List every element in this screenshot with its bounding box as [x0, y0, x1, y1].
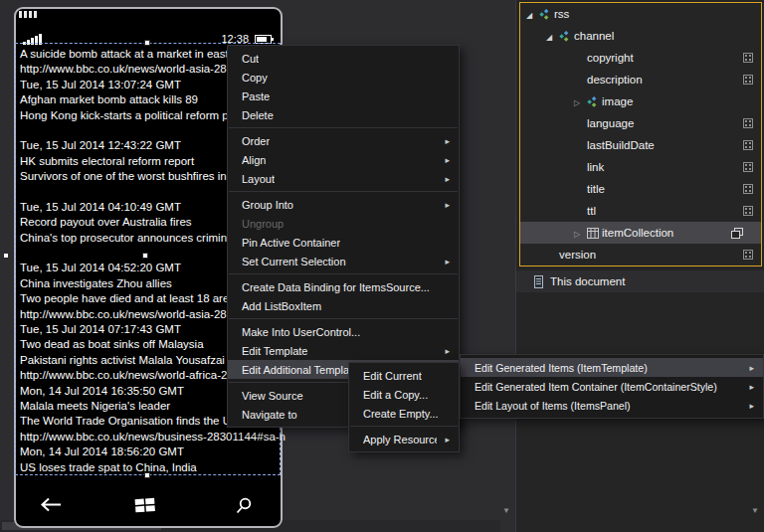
property-type-icon	[743, 206, 753, 216]
tree-row[interactable]: channel	[520, 25, 761, 47]
menu-item-label: Edit Current	[363, 370, 422, 382]
context-menu-item[interactable]: Order ▸	[228, 131, 459, 150]
tree-row[interactable]: copyright	[520, 47, 761, 69]
tree-item-label: language	[587, 117, 634, 129]
menu-item-label: Make Into UserControl...	[242, 326, 360, 338]
selection-handle-top[interactable]	[144, 40, 150, 46]
tree-item-label: description	[587, 74, 643, 86]
context-menu-item[interactable]: Ungroup ▸	[228, 214, 459, 233]
selection-handle-left[interactable]	[3, 253, 9, 259]
menu-item-label: Create Data Binding for ItemsSource...	[242, 281, 430, 293]
submenu-arrow-icon: ▸	[437, 435, 450, 444]
tree-row[interactable]: itemCollection	[520, 222, 761, 244]
tree-item-label: copyright	[587, 52, 634, 64]
panel-scroll-down-arrow[interactable]: ▼	[748, 503, 762, 517]
item-template-submenu: Edit Current ▸ Edit a Copy... ▸ Create E…	[348, 362, 460, 452]
tree-row[interactable]: rss	[520, 3, 761, 25]
expander-icon[interactable]	[526, 8, 539, 20]
this-document-row[interactable]: This document	[516, 270, 764, 292]
property-type-icon	[743, 75, 753, 85]
submenu-item[interactable]: Edit Generated Item Container (ItemConta…	[461, 377, 763, 396]
menu-item-label: Create Empty...	[363, 408, 439, 420]
tree-row[interactable]: description	[520, 69, 761, 90]
menu-item-label: Edit a Copy...	[363, 389, 428, 401]
context-menu-item: ▸	[229, 318, 458, 319]
context-menu-item[interactable]: Align ▸	[228, 150, 459, 169]
data-tree-drop-target: rss	[519, 2, 762, 266]
start-button[interactable]	[133, 497, 157, 513]
tree-item-label: rss	[554, 8, 569, 20]
context-menu-item[interactable]: Add ListBoxItem ▸	[228, 296, 459, 315]
context-menu-item[interactable]: Create Data Binding for ItemsSource... ▸	[228, 277, 459, 296]
tree-row[interactable]: ttl	[520, 200, 761, 222]
expander-icon[interactable]	[574, 227, 587, 239]
tree-row[interactable]: link	[520, 156, 761, 178]
submenu-item[interactable]: Apply Resource ▸	[349, 430, 459, 448]
context-menu-item[interactable]: Make Into UserControl... ▸	[228, 322, 459, 341]
selection-handle-center[interactable]	[142, 253, 148, 259]
context-menu-item: ▸	[229, 191, 458, 192]
tree-row[interactable]: title	[520, 178, 761, 200]
tree-item-label: image	[602, 95, 633, 107]
tree-row[interactable]: lastBuildDate	[520, 134, 761, 156]
submenu-arrow-icon: ▸	[741, 363, 754, 373]
submenu-arrow-icon: ▸	[741, 401, 754, 411]
menu-item-label: Cut	[242, 53, 259, 65]
menu-item-label: Align	[242, 154, 266, 166]
submenu-arrow-icon: ▸	[437, 155, 450, 165]
submenu-item[interactable]: Edit Current ▸	[349, 366, 459, 385]
expander-icon[interactable]	[546, 30, 559, 42]
context-menu-item[interactable]: Layout ▸	[228, 169, 459, 188]
submenu-arrow-icon: ▸	[437, 257, 450, 266]
submenu-arrow-icon: ▸	[437, 200, 450, 210]
data-field-icon	[559, 31, 574, 42]
menu-item-label: Add ListBoxItem	[242, 300, 321, 312]
back-button[interactable]	[40, 497, 62, 512]
submenu-item[interactable]: Edit a Copy... ▸	[349, 385, 459, 404]
tree-item-label: itemCollection	[602, 227, 673, 239]
context-menu-item: ▸	[229, 273, 458, 274]
edit-additional-templates-submenu: Edit Generated Items (ItemTemplate) ▸ Ed…	[460, 354, 764, 419]
menu-item-label: Group Into	[242, 199, 293, 211]
menu-item-label: Layout	[242, 173, 275, 185]
search-icon	[235, 497, 253, 515]
menu-item-label: Pin Active Container	[242, 237, 340, 249]
menu-item-label: Edit Additional Templates	[242, 364, 364, 376]
submenu-item[interactable]: Create Empty... ▸	[349, 404, 459, 423]
context-menu-item[interactable]: Group Into ▸	[228, 195, 459, 214]
submenu-item[interactable]: Edit Generated Items (ItemTemplate) ▸	[461, 358, 763, 377]
tree-row[interactable]: image	[520, 90, 761, 112]
menu-item-label: Set Current Selection	[242, 256, 346, 267]
tree-item-label: version	[559, 249, 596, 261]
context-menu-item[interactable]: Edit Template ▸	[228, 341, 459, 360]
search-button[interactable]	[235, 497, 253, 515]
tree-item-label: channel	[574, 30, 614, 42]
context-menu-item[interactable]: Delete ▸	[228, 105, 459, 124]
collection-badge-icon	[731, 228, 743, 239]
scroll-down-arrow[interactable]: ▼	[499, 503, 513, 517]
submenu-arrow-icon: ▸	[741, 382, 754, 392]
menu-item-label: Edit Generated Items (ItemTemplate)	[475, 362, 648, 374]
context-menu-item[interactable]: Set Current Selection ▸	[228, 252, 459, 270]
context-menu-item[interactable]: Paste ▸	[228, 87, 459, 105]
property-type-icon	[743, 184, 753, 194]
tree-row[interactable]: language	[520, 112, 761, 134]
property-type-icon	[743, 140, 753, 150]
phone-nav-bar	[16, 494, 281, 518]
context-menu-item[interactable]: Pin Active Container ▸	[228, 233, 459, 252]
menu-item-label: Paste	[242, 90, 270, 102]
property-type-icon	[743, 118, 753, 128]
blend-designer-window: 12:38 A suicide bomb attack at a market …	[0, 0, 764, 532]
property-type-icon	[743, 250, 753, 260]
data-panel: rss	[515, 0, 764, 532]
selection-handle-bottom[interactable]	[144, 472, 150, 478]
submenu-item[interactable]: Edit Layout of Items (ItemsPanel) ▸	[461, 396, 763, 415]
property-type-icon	[743, 162, 753, 172]
menu-item-label: Order	[242, 135, 270, 147]
submenu-arrow-icon: ▸	[437, 346, 450, 356]
context-menu-item[interactable]: Cut ▸	[228, 49, 459, 68]
context-menu-item[interactable]: Copy ▸	[228, 68, 459, 87]
tree-row[interactable]: version	[520, 244, 761, 266]
expander-icon[interactable]	[574, 95, 587, 107]
submenu-arrow-icon: ▸	[437, 174, 450, 184]
